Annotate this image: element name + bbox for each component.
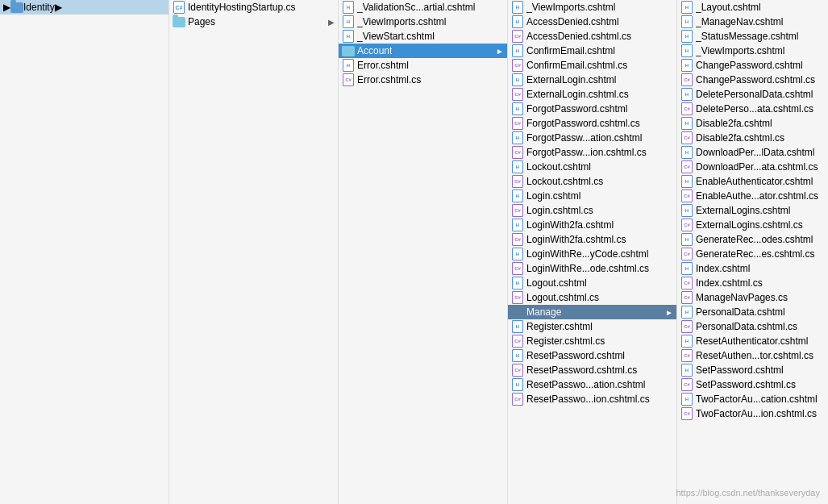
list-item[interactable]: C#DeletePerso...ata.cshtml.cs [677,102,828,116]
list-item[interactable]: HExternalLogins.cshtml [677,203,828,218]
list-item[interactable]: HLoginWith2fa.cshtml [508,218,676,232]
list-item[interactable]: C#ForgotPassword.cshtml.cs [508,116,676,131]
cs-file-icon: C# [173,1,185,14]
list-item[interactable]: H_ViewImports.cshtml [339,15,507,29]
pages-label: Pages [188,16,215,27]
file_cshtml-icon: H [511,277,524,289]
list-item[interactable]: H_ViewImports.cshtml [508,0,676,15]
list-item[interactable]: HLogin.cshtml [508,189,676,203]
file_cshtml-icon: H [680,204,693,217]
list-item[interactable]: C#LoginWithRe...ode.cshtml.cs [508,261,676,276]
item-identityhostingstartup[interactable]: C# IdentityHostingStartup.cs [169,0,338,15]
list-item[interactable]: C#Login.cshtml.cs [508,203,676,218]
list-item[interactable]: C#ManageNavPages.cs [677,290,828,305]
root-identity[interactable]: ▶ Identity ▶ [0,0,169,15]
file_cshtml-icon: H [680,262,693,275]
item-label: Error.cshtml [357,60,409,71]
item-label: Lockout.cshtml [526,161,591,173]
list-item[interactable]: HRegister.cshtml [508,319,676,334]
item-label: ForgotPassw...ion.cshtml.cs [526,147,647,158]
item-label: _ViewImports.cshtml [357,16,446,27]
file_cs-icon: C# [511,146,524,159]
list-item[interactable]: Account► [339,44,507,58]
list-item[interactable]: HPersonalData.cshtml [677,305,828,319]
list-item[interactable]: HForgotPassword.cshtml [508,102,676,116]
list-item[interactable]: H_StatusMessage.cshtml [677,29,828,44]
file_cshtml-icon: H [680,306,693,319]
list-item[interactable]: HAccessDenied.cshtml [508,15,676,29]
file_cshtml-icon: H [680,175,693,188]
list-item[interactable]: HDownloadPer...lData.cshtml [677,145,828,160]
list-item[interactable]: HResetPasswo...ation.cshtml [508,377,676,392]
list-item[interactable]: C#ForgotPassw...ion.cshtml.cs [508,145,676,160]
list-item[interactable]: C#Logout.cshtml.cs [508,290,676,305]
file_cs-icon: C# [680,160,693,173]
expand-arrow-icon: ▶ [3,2,10,13]
list-item[interactable]: HTwoFactorAu...cation.cshtml [677,392,828,406]
list-item[interactable]: HChangePassword.cshtml [677,58,828,73]
item-label: Register.cshtml.cs [526,335,605,347]
list-item[interactable]: HGenerateRec...odes.cshtml [677,232,828,247]
arrow-icon: ► [496,47,504,56]
list-item[interactable]: C#ResetPasswo...ion.cshtml.cs [508,392,676,406]
list-item[interactable]: Manage► [508,305,676,319]
list-item[interactable]: C#Register.cshtml.cs [508,334,676,348]
list-item[interactable]: C#DownloadPer...ata.cshtml.cs [677,160,828,174]
list-item[interactable]: HIndex.cshtml [677,261,828,276]
list-item[interactable]: C#SetPassword.cshtml.cs [677,377,828,392]
list-item[interactable]: H_Layout.cshtml [677,0,828,15]
item-label: Login.cshtml.cs [526,205,593,216]
list-item[interactable]: H_ManageNav.cshtml [677,15,828,29]
list-item[interactable]: HResetPassword.cshtml [508,348,676,363]
list-item[interactable]: HDisable2fa.cshtml [677,116,828,131]
list-item[interactable]: HExternalLogin.cshtml [508,73,676,87]
item-label: LoginWith2fa.cshtml.cs [526,234,626,245]
list-item[interactable]: H_ValidationSc...artial.cshtml [339,0,507,15]
list-item[interactable]: HLockout.cshtml [508,160,676,174]
item-label: ResetAuthenticator.cshtml [696,335,808,347]
item-label: ForgotPassword.cshtml [526,103,627,115]
file_cs-icon: C# [511,88,524,101]
list-item[interactable]: HForgotPassw...ation.cshtml [508,131,676,145]
list-item[interactable]: C#PersonalData.cshtml.cs [677,319,828,334]
file_cs-icon: C# [511,233,524,246]
list-item[interactable]: C#ChangePassword.cshtml.cs [677,73,828,87]
file_cs-icon: C# [511,262,524,275]
list-item[interactable]: C#TwoFactorAu...ion.cshtml.cs [677,406,828,421]
file_cs-icon: C# [680,277,693,289]
list-item[interactable]: HDeletePersonalData.cshtml [677,87,828,102]
identityhostingstartup-label: IdentityHostingStartup.cs [188,2,295,13]
arrow-icon: ▶ [55,2,62,13]
list-item[interactable]: HEnableAuthenticator.cshtml [677,174,828,189]
list-item[interactable]: HError.cshtml [339,58,507,73]
list-item[interactable]: C#ExternalLogin.cshtml.cs [508,87,676,102]
file_cshtml-icon: H [680,335,693,348]
list-item[interactable]: H_ViewImports.cshtml [677,44,828,58]
list-item[interactable]: C#EnableAuthe...ator.cshtml.cs [677,189,828,203]
list-item[interactable]: C#LoginWith2fa.cshtml.cs [508,232,676,247]
list-item[interactable]: HSetPassword.cshtml [677,363,828,377]
list-item[interactable]: HResetAuthenticator.cshtml [677,334,828,348]
list-item[interactable]: H_ViewStart.cshtml [339,29,507,44]
list-item[interactable]: HConfirmEmail.cshtml [508,44,676,58]
file_cshtml-icon: H [511,219,524,231]
list-item[interactable]: HLogout.cshtml [508,276,676,290]
item-label: EnableAuthenticator.cshtml [696,176,813,187]
list-item[interactable]: C#ResetPassword.cshtml.cs [508,363,676,377]
list-item[interactable]: C#ExternalLogins.cshtml.cs [677,218,828,232]
item-pages[interactable]: Pages ▶ [169,15,338,29]
list-item[interactable]: C#GenerateRec...es.cshtml.cs [677,247,828,261]
list-item[interactable]: C#Disable2fa.cshtml.cs [677,131,828,145]
item-label: Register.cshtml [526,321,593,332]
list-item[interactable]: C#Index.cshtml.cs [677,276,828,290]
item-label: Logout.cshtml.cs [526,292,599,303]
list-item[interactable]: C#ResetAuthen...tor.cshtml.cs [677,348,828,363]
list-item[interactable]: C#Lockout.cshtml.cs [508,174,676,189]
list-item[interactable]: C#AccessDenied.cshtml.cs [508,29,676,44]
list-item[interactable]: HLoginWithRe...yCode.cshtml [508,247,676,261]
file_cs-icon: C# [680,190,693,202]
list-item[interactable]: C#ConfirmEmail.cshtml.cs [508,58,676,73]
list-item[interactable]: C#Error.cshtml.cs [339,73,507,87]
file_cs-icon: C# [511,364,524,377]
item-label: SetPassword.cshtml [696,364,784,376]
